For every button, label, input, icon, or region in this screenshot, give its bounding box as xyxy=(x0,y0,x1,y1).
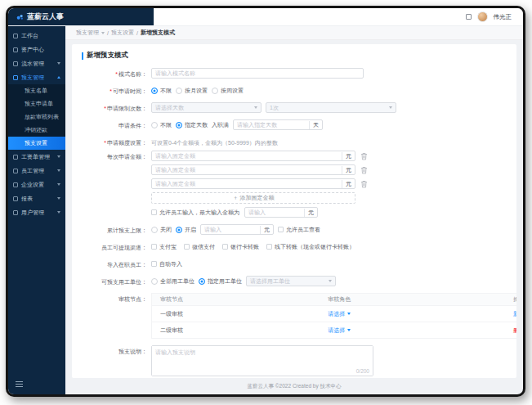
radio-all-units[interactable]: 全部用工单位 xyxy=(151,277,194,286)
submenu-item-advance-application[interactable]: 预支申请单 xyxy=(8,97,65,110)
payroll-icon xyxy=(13,155,18,160)
channel-wechat-checkbox[interactable]: 微信支付 xyxy=(184,243,215,251)
sidebar-item-employee-management[interactable]: 员工管理 xyxy=(8,164,65,178)
avatar[interactable] xyxy=(477,11,488,22)
apply-limit-days-select[interactable]: 请选择天数 xyxy=(151,102,262,113)
employee-view-checkbox[interactable]: 允许员工查看 xyxy=(278,226,320,234)
header-action: 操作 xyxy=(474,295,516,304)
channel-offline-checkbox[interactable]: 线下转账（现金或银行卡转账） xyxy=(266,243,355,251)
radio-icon xyxy=(151,227,158,233)
form-row-import-staff: 导入在职员工： 自动导入 xyxy=(82,259,507,269)
checkbox-icon xyxy=(151,244,157,250)
sidebar-item-label: 资产中心 xyxy=(21,46,44,54)
workbench-icon xyxy=(13,34,18,38)
yuan-unit: 元 xyxy=(342,166,351,174)
sidebar-item-reports[interactable]: 报表 xyxy=(8,191,65,205)
allow-input-checkbox[interactable]: 允许员工输入，最大输入金额为 xyxy=(151,209,239,217)
fixed-amount-input[interactable] xyxy=(155,181,338,187)
apply-limit-label: 申请限制次数： xyxy=(107,106,147,111)
sidebar-item-label: 流水管理 xyxy=(21,60,44,68)
table-row: 二级审核 请选择 删除 xyxy=(152,322,516,339)
submenu-item-loan-review-list[interactable]: 放款审核列表 xyxy=(8,110,65,124)
delete-amount-icon[interactable] xyxy=(360,152,368,160)
quota-hint: 可设置0-4个金额项，金额为（50-9999）内的整数 xyxy=(151,137,278,147)
breadcrumb-item[interactable]: 预支设置 xyxy=(111,29,134,37)
radio-specified-units[interactable]: 指定用工单位 xyxy=(199,277,242,286)
fixed-amount-input-box: 元 xyxy=(151,178,355,189)
note-textarea[interactable] xyxy=(152,346,373,376)
sidebar-item-user-management[interactable]: 用户管理 xyxy=(8,205,65,219)
sidebar-item-company-settings[interactable]: 企业设置 xyxy=(8,178,65,191)
sidebar-item-flow-management[interactable]: 流水管理 xyxy=(8,56,65,70)
checkbox-icon xyxy=(222,244,228,250)
header-node: 审核节点 xyxy=(160,295,328,304)
channel-bankcard-checkbox[interactable]: 银行卡转账 xyxy=(222,243,259,251)
add-amount-button[interactable]: ＋ 添加固定金额 xyxy=(151,192,355,204)
node-name: 二级审核 xyxy=(160,326,328,335)
logo[interactable]: 蓝薪云人事 xyxy=(8,8,154,25)
advance-mode-form: *模式名称： *可申请时间： 不限 按月设置 按周设 xyxy=(82,68,507,378)
chevron-down-icon xyxy=(329,280,332,282)
radio-cumulative-off[interactable]: 关闭 xyxy=(151,226,172,234)
max-amount-input[interactable] xyxy=(248,209,301,215)
delete-amount-icon[interactable] xyxy=(360,166,368,174)
mode-name-input[interactable] xyxy=(155,70,360,76)
breadcrumb-item[interactable]: 预支管理 xyxy=(76,29,99,37)
work-unit-select[interactable]: 请选择用工单位 xyxy=(246,276,336,286)
allow-input-row: 允许员工输入，最大输入金额为 元 xyxy=(151,207,368,218)
submenu-item-advance-list[interactable]: 预支名单 xyxy=(8,84,65,97)
radio-weekly[interactable]: 按周设置 xyxy=(212,87,244,95)
sidebar-item-label: 工作台 xyxy=(21,32,38,40)
delete-node-link[interactable]: 删除 xyxy=(513,327,516,333)
radio-no-limit[interactable]: 不限 xyxy=(151,87,172,95)
radio-cumulative-on[interactable]: 开启 xyxy=(176,226,196,234)
condition-days-input[interactable] xyxy=(237,122,306,128)
mode-name-label: 模式名称： xyxy=(118,71,147,77)
radio-condition-days[interactable]: 指定天数 xyxy=(176,121,208,129)
fullscreen-icon[interactable] xyxy=(466,14,472,20)
username[interactable]: 伟光正 xyxy=(494,13,512,21)
topbar-right: 伟光正 xyxy=(466,8,524,25)
fixed-amount-input[interactable] xyxy=(155,153,338,159)
form-row-quota: *申请额度设置： 可设置0-4个金额项，金额为（50-9999）内的整数 xyxy=(82,137,507,147)
chevron-down-icon xyxy=(57,62,60,65)
add-node-link[interactable]: 新增 xyxy=(513,311,516,317)
collapse-sidebar-icon[interactable] xyxy=(16,380,23,389)
days-unit: 天 xyxy=(309,121,319,129)
sidebar-item-payroll-management[interactable]: 工资单管理 xyxy=(8,150,65,164)
sidebar-item-workbench[interactable]: 工作台 xyxy=(8,29,65,43)
cumulative-amount-input[interactable] xyxy=(204,227,257,232)
chevron-up-icon xyxy=(57,76,60,79)
logo-icon xyxy=(16,13,24,20)
role-select-link[interactable]: 请选择 xyxy=(328,326,345,335)
apply-limit-count-select[interactable]: 1次 xyxy=(266,102,396,113)
main-area: 工作台 资产中心 流水管理 预支管理 预支名单 预支申请 xyxy=(8,26,523,394)
sidebar-item-label: 预支管理 xyxy=(21,74,44,82)
auto-import-checkbox[interactable]: 自动导入 xyxy=(151,260,182,268)
submenu-item-advance-settings[interactable]: 预支设置 xyxy=(8,137,65,150)
required-mark: * xyxy=(110,88,112,94)
radio-monthly[interactable]: 按月设置 xyxy=(176,87,208,95)
chevron-down-icon xyxy=(57,211,60,214)
submenu-item-label: 放款审核列表 xyxy=(25,113,59,121)
fixed-amount-input[interactable] xyxy=(155,167,338,173)
sidebar-item-asset-center[interactable]: 资产中心 xyxy=(8,43,65,56)
sidebar-item-advance-management[interactable]: 预支管理 xyxy=(8,70,65,84)
approval-table: 审核节点 审核角色 操作 一级审核 请选择 xyxy=(151,293,516,339)
page-title-row: 新增预支模式 xyxy=(82,51,507,61)
radio-icon xyxy=(151,278,158,285)
apply-condition-label: 申请条件： xyxy=(82,119,147,130)
app-window: 蓝薪云人事 伟光正 工作台 资产中心 流水管理 xyxy=(8,8,523,394)
channel-alipay-checkbox[interactable]: 支付宝 xyxy=(151,243,177,251)
submenu-item-label: 冲销还款 xyxy=(25,126,47,134)
yuan-unit: 元 xyxy=(342,180,351,188)
form-row-apply-limit: *申请限制次数： 请选择天数 1次 xyxy=(82,102,507,113)
submenu-item-writeoff-repayment[interactable]: 冲销还款 xyxy=(8,124,65,137)
role-select-link[interactable]: 请选择 xyxy=(328,310,345,318)
chevron-down-icon xyxy=(57,169,60,172)
chevron-down-icon xyxy=(389,106,392,109)
form-row-apply-time: *可申请时间： 不限 按月设置 按周设置 xyxy=(82,85,507,96)
radio-condition-no-limit[interactable]: 不限 xyxy=(151,121,172,129)
cumulative-amount-input-box: 元 xyxy=(200,224,274,235)
delete-amount-icon[interactable] xyxy=(360,180,368,188)
